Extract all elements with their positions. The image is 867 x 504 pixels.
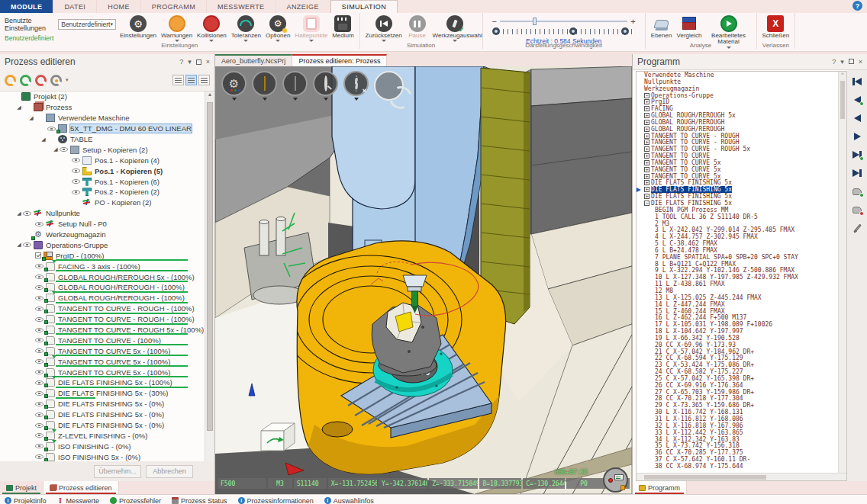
ribbon-tab-datei[interactable]: DATEI: [53, 0, 97, 13]
apply-button[interactable]: Übernehm...: [94, 465, 141, 478]
tree-item-prgid-100[interactable]: ◢PrgID - (100%): [0, 250, 214, 261]
visibility-eye-icon[interactable]: [35, 317, 44, 322]
tree-item-tangent-to-curve-rough-5x-100[interactable]: ◢TANGENT TO CURVE - ROUGH 5x - (100%): [0, 325, 214, 335]
tree-item-table[interactable]: ◢TABLE: [0, 134, 214, 145]
visibility-eye-icon[interactable]: [35, 307, 44, 311]
visibility-eye-icon[interactable]: [35, 370, 44, 374]
visibility-eye-icon[interactable]: [35, 423, 44, 428]
tree-item-global-rough-rerough-100[interactable]: ◢GLOBAL ROUGH/REROUGH - (100%): [0, 282, 214, 293]
tree-item-projekt-2[interactable]: ◢Projekt (2): [0, 91, 214, 102]
visibility-eye-icon[interactable]: [35, 454, 44, 459]
tree-item-tangent-to-curve-5x-100[interactable]: ◢TANGENT TO CURVE 5x - (100%): [0, 356, 214, 367]
expand-box-icon[interactable]: +: [644, 133, 649, 139]
tree-scrollbar[interactable]: ▲: [205, 91, 214, 461]
ribbon-tab-simulation[interactable]: SIMULATION: [330, 0, 398, 13]
visibility-eye-icon[interactable]: [35, 348, 44, 353]
tab-projekt[interactable]: Projekt: [0, 481, 44, 494]
tree-item-setup-kopieren-2[interactable]: ◢Setup - Kopieren (2): [0, 144, 214, 155]
checkbox[interactable]: [35, 252, 41, 258]
visibility-eye-icon[interactable]: [72, 158, 80, 162]
tree-item-tangent-to-curve-5x-100[interactable]: ◢TANGENT TO CURVE 5x - (100%): [0, 367, 214, 377]
tree-item-tangent-to-curve-rough-100[interactable]: ◢TANGENT TO CURVE - ROUGH - (100%): [0, 303, 214, 314]
expand-icon[interactable]: ◢: [15, 104, 23, 111]
pick-tool-remove-button[interactable]: [850, 204, 864, 216]
statusbar-prozess-status[interactable]: Prozess Status: [172, 495, 227, 504]
expand-icon[interactable]: ◢: [27, 115, 35, 121]
tree-item-pos-2-kopieren-2[interactable]: ◢Pos.2 - Kopieren (2): [0, 187, 214, 197]
tree-item-z-level-finishing-0[interactable]: ◢Z-LEVEL FINISHING - (0%): [0, 431, 214, 441]
expand-box-icon[interactable]: +: [644, 180, 649, 185]
tab-aero-butterfly[interactable]: Aero_butterfly.NcsPrj: [215, 54, 292, 66]
visibility-eye-icon[interactable]: [72, 179, 80, 184]
visibility-eye-icon[interactable]: [72, 169, 80, 173]
warnungen-button[interactable]: Warnungen: [159, 14, 195, 43]
expand-box-icon[interactable]: +: [644, 167, 649, 172]
visibility-eye-icon[interactable]: [47, 127, 56, 131]
tree-item-tangent-to-curve-100[interactable]: ◢TANGENT TO CURVE - (100%): [0, 335, 214, 345]
tab-prozess-editieren[interactable]: Prozess editieren: [44, 481, 119, 494]
expand-icon[interactable]: ◢: [15, 210, 23, 217]
visibility-eye-icon[interactable]: [35, 413, 44, 417]
visibility-eye-icon[interactable]: [60, 147, 68, 152]
tree-item-pos-1-kopieren-4[interactable]: ◢Pos.1 - Kopieren (4): [0, 155, 214, 165]
haltepunkte-button[interactable]: Haltepunkte: [292, 14, 330, 43]
help-icon[interactable]: ?: [852, 1, 862, 11]
tree-item-die-flats-finishing-5x-30[interactable]: ◢DIE FLATS FINISHING 5x - (30%): [0, 388, 214, 399]
reset-config-icon[interactable]: [50, 75, 62, 86]
tree-item-die-flats-finishing-5x-100[interactable]: ◢DIE FLATS FINISHING 5x - (100%): [0, 377, 214, 388]
help-icon[interactable]: ?: [832, 58, 836, 66]
reset-green-icon[interactable]: [20, 75, 31, 86]
tree-item-pos-1-kopieren-6[interactable]: ◢Pos.1 - Kopieren (6): [0, 176, 214, 187]
machine-view-button[interactable]: [221, 71, 247, 101]
tab-prozess-editieren-prozess[interactable]: Prozess editieren: Prozess: [292, 54, 387, 66]
speed-ticks[interactable]: [492, 27, 636, 35]
ribbon-tab-module[interactable]: MODULE: [0, 0, 53, 13]
visibility-eye-icon[interactable]: [35, 274, 44, 279]
step-forward-button[interactable]: [850, 149, 864, 161]
expand-box-icon[interactable]: −: [644, 201, 649, 206]
pin-icon[interactable]: [196, 59, 201, 65]
jump-first-button[interactable]: [850, 76, 864, 88]
control-panel-widget[interactable]: [603, 467, 628, 493]
expand-icon[interactable]: ◢: [40, 136, 47, 143]
expand-box-icon[interactable]: +: [644, 174, 649, 179]
visibility-eye-icon[interactable]: [35, 391, 44, 396]
statusbar-messwerte[interactable]: Messwerte: [57, 495, 100, 504]
kollisionen-button[interactable]: Kollisionen: [195, 14, 229, 43]
visibility-eye-icon[interactable]: [35, 222, 44, 226]
close-icon[interactable]: ×: [206, 58, 210, 66]
visibility-eye-icon[interactable]: [35, 433, 44, 438]
toleranzen-button[interactable]: Toleranzen: [229, 14, 263, 43]
step-backward-button[interactable]: [850, 95, 864, 106]
visibility-eye-icon[interactable]: [35, 380, 44, 385]
view-compact-button[interactable]: [172, 75, 184, 85]
pause-button[interactable]: Pause: [404, 14, 430, 43]
expand-box-icon[interactable]: +: [644, 194, 649, 199]
cancel-button[interactable]: Abbrechen: [146, 465, 193, 478]
visibility-eye-icon[interactable]: [23, 242, 31, 247]
chevron-down-icon[interactable]: ▾: [66, 77, 69, 83]
schlie-en-button[interactable]: Schließen: [760, 14, 792, 40]
pin-icon[interactable]: [849, 59, 854, 64]
expand-box-icon[interactable]: +: [644, 106, 649, 111]
program-vscrollbar[interactable]: ^: [838, 72, 846, 473]
expand-box-icon[interactable]: +: [644, 99, 649, 104]
tree-item-5x-tt-dmg-dmu-60-evo-linear[interactable]: ◢5X_TT_DMG - DMU 60 EVO LINEAR: [0, 124, 214, 134]
visibility-eye-icon[interactable]: [35, 328, 44, 332]
tool-cylinder-button[interactable]: [282, 71, 308, 101]
tree-item-nullpunkte[interactable]: ◢Nullpunkte: [0, 208, 214, 219]
close-icon[interactable]: ×: [859, 58, 862, 66]
chevron-down-icon[interactable]: ▾: [188, 58, 192, 66]
medium-button[interactable]: Medium: [330, 14, 356, 43]
tree-item-global-rough-rerough-5x-100[interactable]: ◢GLOBAL ROUGH/REROUGH 5x - (100%): [0, 271, 214, 282]
expand-box-icon[interactable]: +: [644, 113, 649, 118]
visibility-eye-icon[interactable]: [35, 296, 44, 300]
tree-item-die-flats-finishing-5x-0[interactable]: ◢DIE FLATS FINISHING 5x - (0%): [0, 399, 214, 409]
stock-cube-button[interactable]: [252, 71, 277, 101]
tree-item-iso-finishing-5x-0[interactable]: ◢ISO FINISHING 5x - (0%): [0, 451, 214, 461]
visibility-eye-icon[interactable]: [35, 402, 44, 406]
play-backward-button[interactable]: [850, 113, 864, 124]
tree-item-die-flats-finishing-5x-0[interactable]: ◢DIE FLATS FINISHING 5x - (0%): [0, 420, 214, 431]
tree-item-po-kopieren-2[interactable]: ◢PO - Kopieren (2): [0, 197, 214, 208]
program-listing[interactable]: Verwendete MaschineNullpunkteWerkzeugmag…: [636, 71, 847, 481]
